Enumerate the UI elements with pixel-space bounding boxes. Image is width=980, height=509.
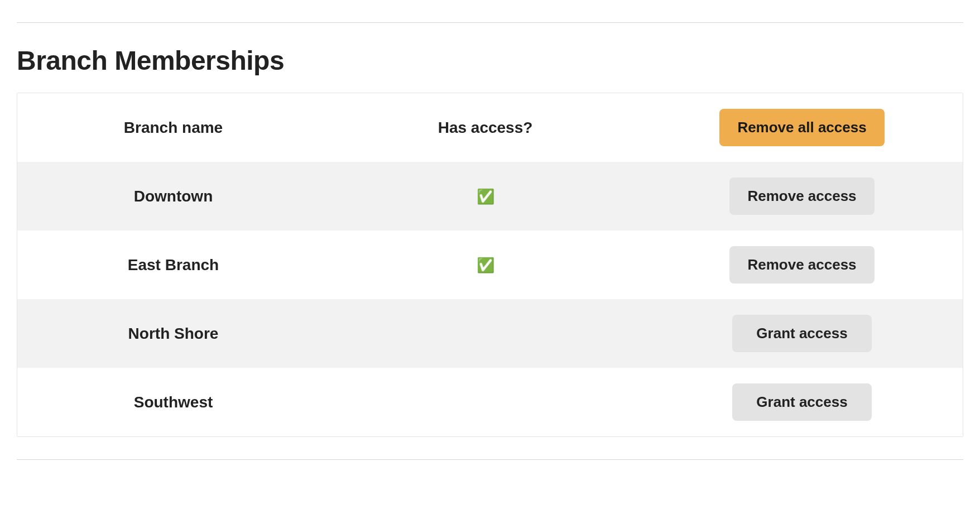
- col-header-branch-name: Branch name: [17, 93, 329, 162]
- action-cell: Grant access: [641, 299, 963, 368]
- table-row: Downtown ✅ Remove access: [17, 162, 963, 231]
- action-cell: Remove access: [641, 162, 963, 231]
- branch-name-cell: Downtown: [17, 162, 329, 231]
- has-access-cell: ✅: [329, 231, 641, 299]
- branch-name-cell: North Shore: [17, 299, 329, 368]
- table-row: East Branch ✅ Remove access: [17, 231, 963, 299]
- branch-name-cell: East Branch: [17, 231, 329, 299]
- remove-access-button[interactable]: Remove access: [729, 246, 874, 284]
- branch-name-cell: Southwest: [17, 368, 329, 436]
- table-row: Southwest Grant access: [17, 368, 963, 436]
- page-title: Branch Memberships: [17, 45, 963, 76]
- bottom-divider: [17, 459, 963, 460]
- grant-access-button[interactable]: Grant access: [732, 383, 872, 421]
- table-row: North Shore Grant access: [17, 299, 963, 368]
- table-header-row: Branch name Has access? Remove all acces…: [17, 93, 963, 162]
- check-icon: ✅: [477, 188, 494, 205]
- grant-access-button[interactable]: Grant access: [732, 315, 872, 352]
- remove-access-button[interactable]: Remove access: [729, 177, 874, 215]
- action-cell: Grant access: [641, 368, 963, 436]
- remove-all-access-button[interactable]: Remove all access: [719, 109, 884, 146]
- has-access-cell: [329, 299, 641, 368]
- branch-memberships-table: Branch name Has access? Remove all acces…: [17, 93, 963, 437]
- top-divider: [17, 22, 963, 23]
- has-access-cell: [329, 368, 641, 436]
- has-access-cell: ✅: [329, 162, 641, 231]
- col-header-action: Remove all access: [641, 93, 963, 162]
- col-header-has-access: Has access?: [329, 93, 641, 162]
- check-icon: ✅: [477, 257, 494, 274]
- action-cell: Remove access: [641, 231, 963, 299]
